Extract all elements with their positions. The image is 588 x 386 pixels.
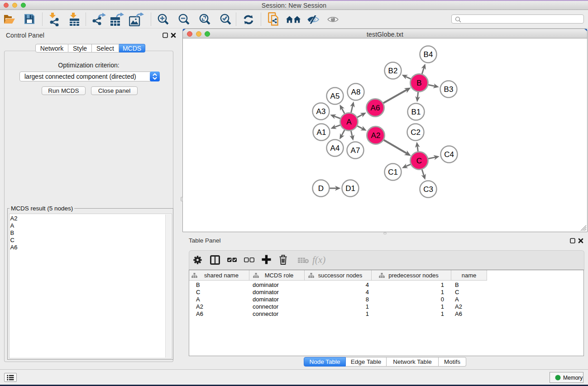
- svg-text:C3: C3: [423, 185, 433, 194]
- svg-text:A4: A4: [330, 144, 340, 152]
- svg-text:A1: A1: [317, 128, 326, 137]
- svg-text:C4: C4: [444, 150, 454, 159]
- svg-text:A2: A2: [371, 131, 381, 140]
- svg-text:D: D: [318, 184, 324, 193]
- svg-text:B4: B4: [424, 50, 433, 59]
- svg-text:C: C: [416, 157, 422, 165]
- svg-text:C2: C2: [411, 128, 421, 137]
- svg-text:A3: A3: [316, 107, 326, 116]
- svg-text:A6: A6: [371, 104, 380, 112]
- svg-text:B1: B1: [411, 108, 421, 116]
- svg-text:B: B: [416, 79, 421, 87]
- svg-text:C1: C1: [388, 168, 398, 176]
- svg-text:D1: D1: [345, 184, 355, 193]
- svg-text:B2: B2: [388, 67, 398, 75]
- svg-text:B3: B3: [444, 85, 454, 94]
- svg-text:A8: A8: [351, 88, 361, 96]
- svg-text:A: A: [346, 118, 352, 126]
- svg-text:A5: A5: [330, 92, 340, 100]
- svg-text:A7: A7: [351, 146, 360, 155]
